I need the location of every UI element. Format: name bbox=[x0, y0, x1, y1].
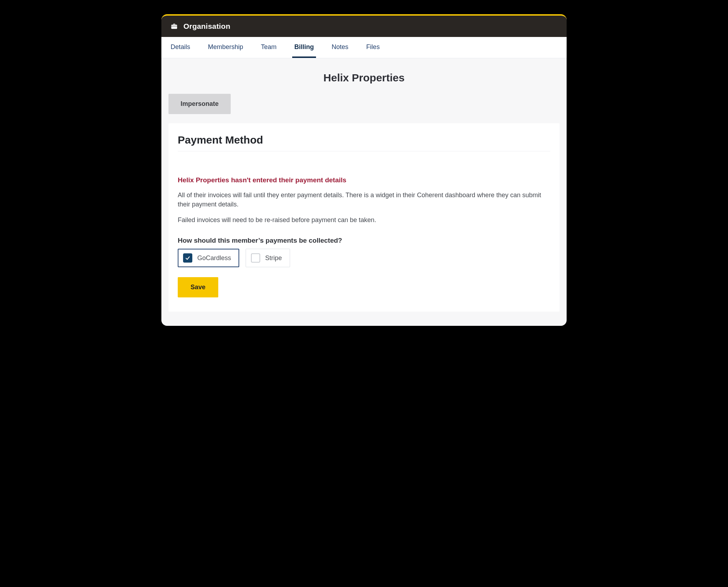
titlebar-title: Organisation bbox=[183, 22, 230, 31]
collection-question: How should this member’s payments be col… bbox=[178, 237, 550, 244]
tabs: Details Membership Team Billing Notes Fi… bbox=[161, 37, 567, 58]
payment-method-card: Payment Method Helix Properties hasn't e… bbox=[168, 123, 560, 312]
payment-options: GoCardless Stripe bbox=[178, 249, 550, 267]
page-body: Helix Properties Impersonate Payment Met… bbox=[161, 58, 567, 326]
impersonate-button[interactable]: Impersonate bbox=[168, 94, 231, 114]
option-gocardless[interactable]: GoCardless bbox=[178, 249, 239, 267]
tab-team[interactable]: Team bbox=[259, 37, 279, 58]
tab-details[interactable]: Details bbox=[168, 37, 192, 58]
option-label: GoCardless bbox=[197, 254, 231, 262]
tab-notes[interactable]: Notes bbox=[330, 37, 350, 58]
option-stripe[interactable]: Stripe bbox=[246, 249, 290, 267]
org-name: Helix Properties bbox=[168, 72, 560, 84]
warning-text: Helix Properties hasn't entered their pa… bbox=[178, 176, 550, 184]
option-label: Stripe bbox=[265, 254, 282, 262]
tab-files[interactable]: Files bbox=[364, 37, 382, 58]
tab-billing[interactable]: Billing bbox=[292, 37, 316, 58]
briefcase-icon bbox=[170, 22, 178, 31]
info-text-2: Failed invoices will need to be re-raise… bbox=[178, 215, 550, 225]
checkbox-icon bbox=[251, 253, 260, 263]
tab-membership[interactable]: Membership bbox=[206, 37, 245, 58]
card-title: Payment Method bbox=[178, 134, 550, 151]
app-window: Organisation Details Membership Team Bil… bbox=[161, 14, 567, 326]
checkbox-icon bbox=[183, 253, 192, 263]
save-button[interactable]: Save bbox=[178, 277, 218, 297]
info-text-1: All of their invoices will fail until th… bbox=[178, 190, 550, 209]
titlebar: Organisation bbox=[161, 16, 567, 37]
